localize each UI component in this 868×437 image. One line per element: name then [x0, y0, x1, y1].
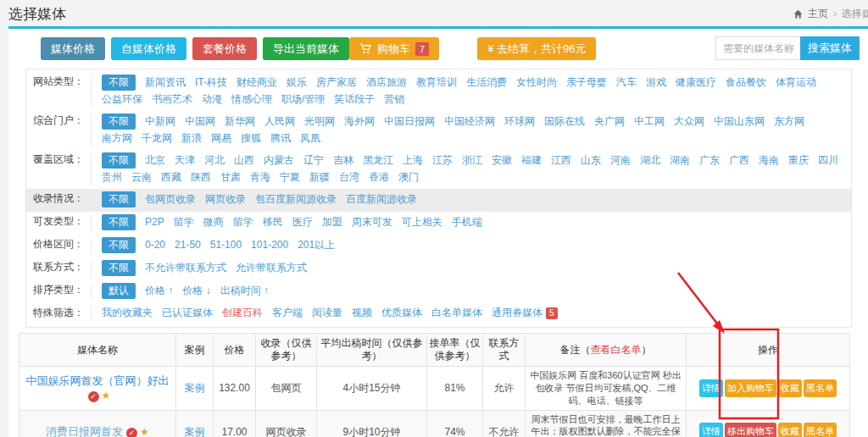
- toolbar-button[interactable]: 自媒体价格: [111, 37, 186, 60]
- filter-option[interactable]: 大众网: [674, 114, 704, 129]
- filter-option[interactable]: 重庆: [788, 153, 809, 168]
- filter-option[interactable]: 中国网: [185, 114, 215, 129]
- filter-option[interactable]: 娱乐: [287, 75, 307, 90]
- add-to-cart-button[interactable]: 加入购物车: [725, 379, 776, 397]
- checkout-button[interactable]: ¥ 去结算，共计96元: [477, 37, 596, 60]
- filter-option[interactable]: 澳门: [398, 170, 419, 185]
- filter-option[interactable]: 人民网: [264, 114, 295, 129]
- filter-option[interactable]: 游戏: [646, 75, 666, 90]
- filter-selected-option[interactable]: 不限: [102, 214, 136, 230]
- filter-option[interactable]: 加盟: [322, 215, 342, 230]
- filter-option[interactable]: 网页收录: [205, 192, 246, 207]
- filter-option[interactable]: 海南: [759, 153, 779, 168]
- filter-option[interactable]: 价格 ↑: [145, 284, 173, 298]
- filter-option[interactable]: 福建: [521, 153, 542, 168]
- case-link[interactable]: 案例: [185, 426, 205, 437]
- search-button[interactable]: 搜索媒体: [800, 36, 860, 60]
- filter-option[interactable]: 江西: [551, 153, 571, 168]
- filter-selected-option[interactable]: 不限: [102, 191, 136, 207]
- filter-option[interactable]: 客户端: [272, 306, 303, 320]
- filter-option[interactable]: 动漫: [202, 92, 222, 107]
- filter-option[interactable]: 可上相关: [402, 215, 442, 230]
- filter-option[interactable]: 搜狐: [241, 131, 261, 146]
- filter-option[interactable]: 中新网: [145, 114, 175, 129]
- breadcrumb-home[interactable]: 主页: [808, 7, 828, 21]
- filter-option[interactable]: 201以上: [298, 238, 335, 252]
- filter-option[interactable]: 书画艺术: [152, 92, 192, 107]
- filter-option[interactable]: 情感心理: [231, 92, 272, 107]
- filter-option[interactable]: 湖北: [640, 153, 660, 168]
- filter-option[interactable]: 台湾: [339, 170, 359, 185]
- filter-option[interactable]: 西藏: [161, 170, 181, 185]
- toolbar-button[interactable]: 媒体价格: [41, 37, 105, 60]
- filter-option[interactable]: 食品餐饮: [726, 75, 766, 90]
- filter-option[interactable]: 陕西: [191, 170, 211, 185]
- filter-selected-option[interactable]: 不限: [102, 260, 136, 276]
- toolbar-button[interactable]: 导出当前媒体: [263, 37, 349, 60]
- filter-option[interactable]: 0-20: [145, 238, 165, 252]
- filter-option[interactable]: 周末可发: [352, 215, 392, 230]
- filter-option[interactable]: 国际在线: [544, 114, 585, 129]
- filter-option[interactable]: 亲子母婴: [566, 75, 607, 90]
- filter-option[interactable]: 价格 ↓: [182, 284, 210, 298]
- filter-option[interactable]: 千龙网: [142, 131, 172, 146]
- filter-option[interactable]: 健康医疗: [676, 75, 716, 90]
- filter-selected-option[interactable]: 不限: [102, 237, 136, 253]
- filter-option[interactable]: 教育培训: [416, 75, 457, 90]
- filter-option[interactable]: 宁夏: [280, 170, 300, 185]
- filter-option[interactable]: 安徽: [492, 153, 512, 168]
- filter-option[interactable]: 江苏: [432, 153, 453, 168]
- filter-selected-option[interactable]: 不限: [102, 75, 136, 91]
- filter-option[interactable]: 河南: [610, 153, 631, 168]
- cart-button[interactable]: 购物车 7: [349, 37, 439, 60]
- filter-option[interactable]: 包百度新闻源收录: [255, 192, 337, 207]
- filter-option[interactable]: 天津: [175, 153, 195, 168]
- remove-from-cart-button[interactable]: 移出购物车: [725, 423, 776, 437]
- media-name-link[interactable]: 消费日报网首发: [46, 425, 123, 437]
- search-input[interactable]: [715, 36, 800, 60]
- filter-option[interactable]: 汽车: [616, 75, 637, 90]
- filter-option[interactable]: 新闻资讯: [145, 75, 186, 90]
- filter-option[interactable]: 河北: [204, 153, 225, 168]
- detail-button[interactable]: 详情: [699, 423, 723, 437]
- filter-option[interactable]: 101-200: [251, 238, 288, 252]
- filter-option[interactable]: 云南: [131, 170, 152, 185]
- collect-button[interactable]: 收藏: [778, 379, 802, 397]
- filter-option[interactable]: 中国经济网: [444, 114, 495, 129]
- filter-selected-option[interactable]: 默认: [102, 283, 136, 299]
- filter-option[interactable]: 优质媒体: [381, 306, 422, 320]
- filter-option[interactable]: 房产家居: [316, 75, 357, 90]
- detail-button[interactable]: 详情: [699, 379, 723, 397]
- filter-option[interactable]: 网易: [211, 131, 231, 146]
- filter-option[interactable]: 东方网: [774, 114, 804, 129]
- toolbar-button[interactable]: 套餐价格: [192, 37, 257, 60]
- filter-option[interactable]: P2P: [145, 215, 164, 230]
- case-link[interactable]: 案例: [185, 382, 205, 394]
- filter-option[interactable]: 中国山东网: [714, 114, 765, 129]
- filter-selected-option[interactable]: 不限: [102, 113, 136, 130]
- filter-option[interactable]: 职场/管理: [281, 92, 325, 107]
- filter-option[interactable]: 酒店旅游: [366, 75, 407, 90]
- filter-option[interactable]: 包网页收录: [145, 192, 196, 207]
- filter-option[interactable]: 允许带联系方式: [236, 261, 307, 275]
- filter-option[interactable]: 湖南: [670, 153, 690, 168]
- filter-option[interactable]: 青海: [250, 170, 270, 185]
- filter-option[interactable]: 山东: [581, 153, 601, 168]
- filter-option[interactable]: 环球网: [504, 114, 535, 129]
- filter-option[interactable]: 广西: [729, 153, 749, 168]
- filter-option[interactable]: 香港: [369, 170, 389, 185]
- filter-option[interactable]: 已认证媒体: [162, 306, 213, 320]
- filter-option[interactable]: 凤凰: [300, 131, 320, 146]
- filter-option[interactable]: 不允许带联系方式: [145, 261, 226, 275]
- filter-option[interactable]: 浙江: [462, 153, 482, 168]
- filter-option[interactable]: 北京: [145, 153, 165, 168]
- filter-option[interactable]: 财经商业: [236, 75, 277, 90]
- filter-option[interactable]: 移民: [263, 215, 283, 230]
- filter-option[interactable]: 我的收藏夹: [102, 306, 153, 320]
- filter-option[interactable]: 辽宁: [303, 153, 324, 168]
- collect-button[interactable]: 收藏: [778, 423, 802, 437]
- filter-option[interactable]: 中国日报网: [384, 114, 435, 129]
- filter-option[interactable]: 创建百科: [222, 306, 263, 320]
- filter-option[interactable]: 白名单媒体: [431, 306, 482, 320]
- filter-option[interactable]: 生活消费: [466, 75, 507, 90]
